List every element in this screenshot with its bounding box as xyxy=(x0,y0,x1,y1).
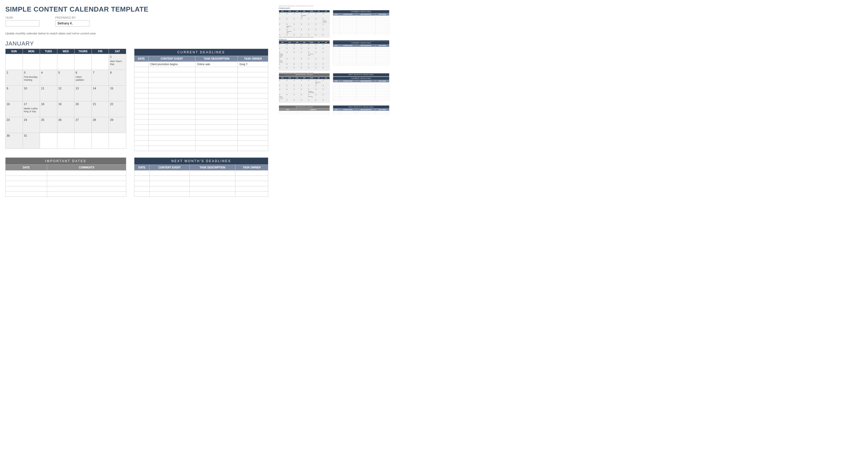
panel-cell[interactable] xyxy=(190,176,236,181)
calendar-cell[interactable]: X xyxy=(322,67,330,71)
calendar-cell[interactable]: 28 xyxy=(92,117,109,133)
calendar-cell[interactable]: X xyxy=(293,63,301,67)
panel-cell[interactable] xyxy=(134,93,149,99)
calendar-cell[interactable]: X xyxy=(286,58,293,63)
calendar-cell[interactable]: X xyxy=(286,18,293,23)
calendar-cell[interactable]: X xyxy=(301,94,308,99)
calendar-cell[interactable]: X xyxy=(301,18,308,23)
panel-cell[interactable] xyxy=(356,33,375,34)
calendar-cell[interactable]: X xyxy=(286,88,293,94)
calendar-cell[interactable]: X xyxy=(308,99,315,103)
panel-cell[interactable] xyxy=(134,62,149,67)
panel-cell[interactable] xyxy=(47,181,126,186)
calendar-cell[interactable]: X xyxy=(301,23,308,28)
panel-cell[interactable] xyxy=(238,130,268,135)
calendar-cell[interactable]: X xyxy=(315,99,322,103)
panel-cell[interactable] xyxy=(5,176,47,181)
calendar-cell[interactable]: X xyxy=(301,51,308,58)
calendar-cell[interactable]: X xyxy=(322,58,330,63)
calendar-cell[interactable]: X xyxy=(308,47,315,51)
panel-cell[interactable] xyxy=(356,64,375,65)
panel-cell[interactable] xyxy=(375,64,389,65)
panel-cell[interactable] xyxy=(238,135,268,141)
calendar-cell[interactable]: X xyxy=(293,79,301,85)
panel-cell[interactable] xyxy=(148,77,195,83)
calendar-cell[interactable]: X xyxy=(315,51,322,58)
calendar-cell[interactable] xyxy=(109,133,126,149)
calendar-cell[interactable]: XDaylight Savings Begin xyxy=(279,51,286,58)
panel-cell[interactable] xyxy=(195,88,238,93)
calendar-cell[interactable]: 2 xyxy=(5,70,23,86)
panel-cell[interactable] xyxy=(238,120,268,125)
panel-cell[interactable] xyxy=(149,186,189,192)
calendar-cell[interactable]: X xyxy=(308,18,315,23)
calendar-cell[interactable]: 25 xyxy=(40,117,57,133)
panel-cell[interactable] xyxy=(149,171,189,176)
panel-cell[interactable] xyxy=(339,99,356,101)
panel-cell[interactable] xyxy=(134,88,149,93)
calendar-cell[interactable]: X xyxy=(315,28,322,34)
calendar-cell[interactable]: 17Martin Luther King Jr Day xyxy=(23,101,40,117)
calendar-cell[interactable] xyxy=(74,54,92,70)
panel-cell[interactable] xyxy=(195,135,238,141)
calendar-cell[interactable]: XVernal Equinox xyxy=(279,58,286,63)
calendar-cell[interactable]: X xyxy=(301,47,308,51)
calendar-cell[interactable]: X xyxy=(279,47,286,51)
panel-cell[interactable] xyxy=(279,112,297,114)
panel-cell[interactable] xyxy=(333,112,339,114)
calendar-cell[interactable]: 19 xyxy=(57,101,74,117)
panel-cell[interactable] xyxy=(149,181,189,186)
panel-cell[interactable] xyxy=(195,83,238,88)
calendar-cell[interactable]: X xyxy=(315,47,322,51)
panel-cell[interactable] xyxy=(238,72,268,77)
calendar-cell[interactable]: X xyxy=(322,99,330,103)
calendar-cell[interactable]: X xyxy=(286,47,293,51)
calendar-cell[interactable]: 20 xyxy=(74,101,92,117)
panel-cell[interactable] xyxy=(149,176,189,181)
calendar-cell[interactable]: 27 xyxy=(74,117,92,133)
calendar-cell[interactable]: 18 xyxy=(40,101,57,117)
calendar-cell[interactable] xyxy=(23,54,40,70)
panel-cell[interactable] xyxy=(134,176,150,181)
calendar-cell[interactable]: X xyxy=(279,85,286,88)
calendar-cell[interactable]: X xyxy=(293,23,301,28)
calendar-cell[interactable]: X xyxy=(293,94,301,99)
calendar-cell[interactable]: X xyxy=(301,79,308,85)
calendar-cell[interactable]: 1New Year's Day xyxy=(109,54,126,70)
calendar-cell[interactable]: X xyxy=(293,99,301,103)
calendar-cell[interactable]: X xyxy=(279,18,286,23)
calendar-cell[interactable] xyxy=(92,133,109,149)
panel-cell[interactable] xyxy=(134,109,149,114)
calendar-cell[interactable]: X xyxy=(322,85,330,88)
calendar-cell[interactable]: X xyxy=(308,23,315,28)
panel-cell[interactable] xyxy=(148,83,195,88)
panel-cell[interactable] xyxy=(356,99,375,101)
panel-cell[interactable] xyxy=(238,114,268,120)
panel-cell[interactable] xyxy=(339,112,356,114)
panel-cell[interactable] xyxy=(195,109,238,114)
calendar-cell[interactable]: X xyxy=(322,88,330,94)
panel-cell[interactable] xyxy=(333,33,339,34)
calendar-cell[interactable]: 12 xyxy=(57,86,74,101)
calendar-cell[interactable]: X xyxy=(293,28,301,34)
panel-cell[interactable]: Greg T. xyxy=(238,62,268,67)
calendar-cell[interactable]: X xyxy=(315,23,322,28)
calendar-cell[interactable]: X xyxy=(279,99,286,103)
panel-cell[interactable] xyxy=(190,181,236,186)
panel-cell[interactable] xyxy=(195,67,238,72)
panel-cell[interactable] xyxy=(148,130,195,135)
calendar-cell[interactable]: X xyxy=(293,67,301,71)
panel-cell[interactable] xyxy=(297,112,330,114)
calendar-cell[interactable]: X xyxy=(279,88,286,94)
panel-cell[interactable] xyxy=(148,104,195,109)
calendar-cell[interactable]: X xyxy=(293,88,301,94)
calendar-cell[interactable]: X xyxy=(315,18,322,23)
calendar-cell[interactable]: X xyxy=(286,67,293,71)
calendar-cell[interactable]: 29 xyxy=(109,117,126,133)
panel-cell[interactable] xyxy=(134,125,149,130)
panel-cell[interactable]: Online sale xyxy=(195,62,238,67)
panel-cell[interactable] xyxy=(134,104,149,109)
panel-cell[interactable] xyxy=(236,186,268,192)
panel-cell[interactable] xyxy=(149,192,189,197)
calendar-cell[interactable]: XSt. Patrick's Day xyxy=(308,51,315,58)
